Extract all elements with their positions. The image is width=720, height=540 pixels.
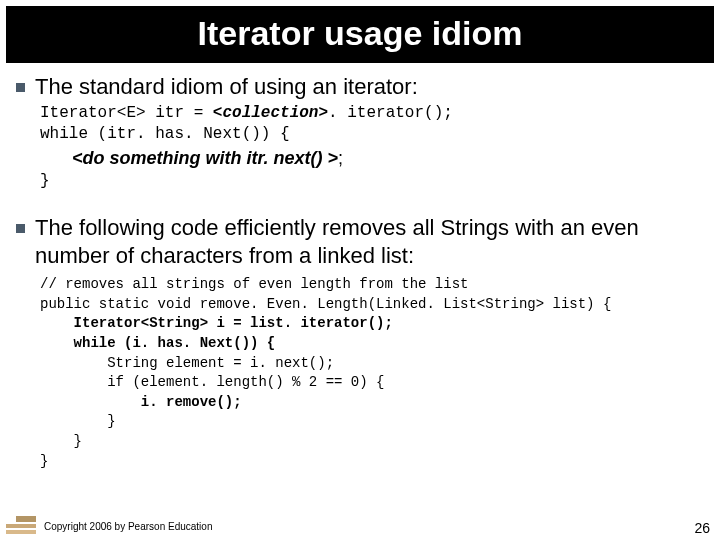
code2-l2: public static void remove. Even. Length(… [40,296,611,312]
code2-l9: } [40,433,82,449]
code2-l7: i. remove(); [40,394,242,410]
slide-title: Iterator usage idiom [6,6,714,63]
code1-line2: while (itr. has. Next()) { [40,125,290,143]
page-number: 26 [694,520,710,536]
slide-content: The standard idiom of using an iterator:… [0,63,720,471]
code2-l5: String element = i. next(); [40,355,334,371]
code1-line1-a: Iterator<E> itr = [40,104,213,122]
code1-action-a: <do something with itr. next() > [72,148,338,168]
code2-l10: } [40,453,48,469]
code2-l6: if (element. length() % 2 == 0) { [40,374,384,390]
bullet-1: The standard idiom of using an iterator: [12,73,708,101]
square-bullet-icon [16,224,25,233]
bullet-1-text: The standard idiom of using an iterator: [35,73,418,101]
code-block-1: Iterator<E> itr = <collection>. iterator… [40,103,708,146]
square-bullet-icon [16,83,25,92]
code1-close: } [40,171,708,193]
code1-action-line: <do something with itr. next() >; [72,148,708,169]
slide-footer: Copyright 2006 by Pearson Education [0,512,720,534]
code1-action-b: ; [338,148,343,168]
code1-line1-c: . iterator(); [328,104,453,122]
code2-l3: Iterator<String> i = list. iterator(); [40,315,393,331]
code2-l1: // removes all strings of even length fr… [40,276,468,292]
code2-l4: while (i. has. Next()) { [40,335,275,351]
footer-decoration-icon [6,512,36,534]
code1-line1-b: <collection> [213,104,328,122]
copyright-text: Copyright 2006 by Pearson Education [44,521,212,534]
bullet-2: The following code efficiently removes a… [12,214,708,269]
code-block-2: // removes all strings of even length fr… [40,275,708,471]
code2-l8: } [40,413,116,429]
bullet-2-text: The following code efficiently removes a… [35,214,708,269]
